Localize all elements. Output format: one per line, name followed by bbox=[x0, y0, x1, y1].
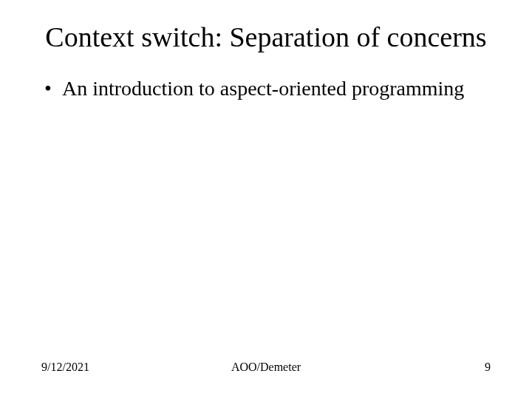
footer-page-number: 9 bbox=[485, 361, 491, 374]
slide-title: Context switch: Separation of concerns bbox=[43, 21, 489, 55]
slide: Context switch: Separation of concerns A… bbox=[0, 0, 532, 399]
footer: 9/12/2021 AOO/Demeter 9 bbox=[0, 361, 532, 374]
footer-date: 9/12/2021 bbox=[41, 361, 89, 374]
footer-center: AOO/Demeter bbox=[231, 361, 301, 374]
bullet-list: An introduction to aspect-oriented progr… bbox=[43, 75, 489, 101]
bullet-item: An introduction to aspect-oriented progr… bbox=[43, 75, 489, 101]
